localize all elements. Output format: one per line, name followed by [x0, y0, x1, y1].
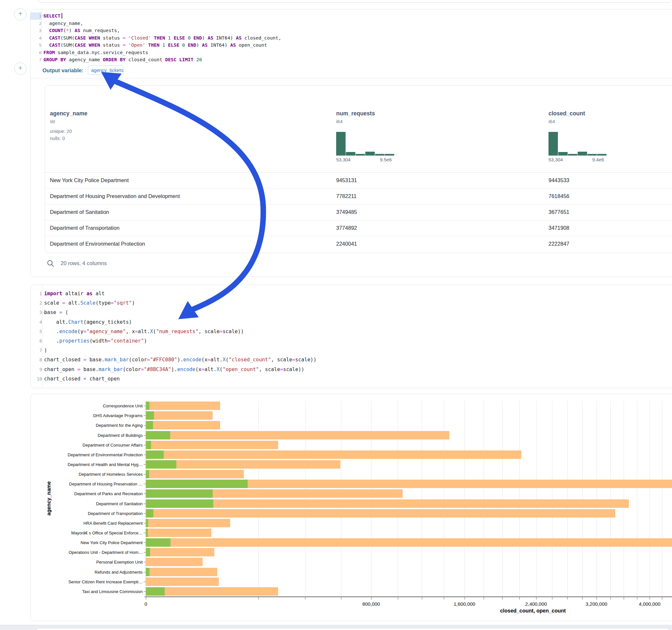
- table-cell: Department of Housing Preservation and D…: [50, 188, 180, 204]
- add-cell-button-output[interactable]: +: [14, 63, 27, 75]
- table-row[interactable]: New York City Police Department945313194…: [45, 172, 672, 188]
- line-number: 10: [30, 374, 42, 384]
- table-cell: 2240041: [336, 236, 357, 252]
- histogram-min-label: 53,304: [336, 157, 351, 162]
- table-cell: Department of Transportation: [50, 220, 120, 236]
- table-cell: 9453131: [336, 172, 357, 188]
- line-number: 6: [30, 336, 42, 346]
- line-number: 2: [30, 298, 42, 308]
- table-row[interactable]: Department of Housing Preservation and D…: [45, 188, 672, 204]
- histogram-bin: [356, 154, 365, 155]
- histogram-max-label: 9.5e6: [380, 157, 391, 162]
- add-cell-button-top[interactable]: +: [14, 8, 27, 20]
- table-cell: 9443533: [549, 172, 569, 188]
- table-cell: New York City Police Department: [50, 172, 129, 188]
- line-number: 4: [30, 318, 42, 327]
- histogram-bin: [578, 152, 587, 155]
- python-code-editor[interactable]: 12345678910 import altair as altscale = …: [30, 285, 672, 387]
- histogram-bin: [385, 154, 394, 155]
- table-row[interactable]: Department of Transportation377489234719…: [45, 220, 672, 236]
- column-histogram: [549, 132, 606, 155]
- code-line: FROM sample_data.nyc.service_requests: [44, 49, 281, 56]
- table-row-count: 20 rows, 4 columns: [61, 260, 107, 266]
- line-number: 8: [30, 355, 42, 365]
- table-cell: 3774892: [336, 220, 357, 236]
- histogram-max-label: 9.4e6: [592, 157, 604, 162]
- python-cell-card: 12345678910 import altair as altscale = …: [30, 285, 672, 388]
- output-variable-label: Output variable:: [43, 67, 83, 74]
- histogram-bin: [558, 152, 568, 155]
- python-code-lines: import altair as altscale = alt.Scale(ty…: [44, 285, 316, 384]
- line-number: 6: [30, 49, 42, 56]
- table-preview-card: agency_namestrunique: 20nulls: 0num_requ…: [45, 85, 672, 253]
- column-header: agency_name: [50, 110, 88, 117]
- column-meta: i64: [336, 119, 343, 124]
- code-line: base = (: [44, 308, 316, 317]
- histogram-bin: [346, 152, 355, 155]
- next-cell-edge: [36, 628, 669, 630]
- histogram-bin: [549, 132, 558, 155]
- y-axis-title: agency_name: [46, 450, 52, 547]
- code-line: SELECT: [44, 12, 281, 20]
- column-header: num_requests: [336, 110, 375, 117]
- sql-code-editor[interactable]: 1234567 SELECT agency_name, COUNT(*) AS …: [30, 9, 672, 65]
- code-line: import altair as alt: [44, 289, 316, 298]
- column-meta: nulls: 0: [50, 136, 65, 141]
- line-number: 2: [30, 20, 42, 27]
- histogram-bin: [587, 154, 597, 155]
- code-line: chart_closed + chart_open: [44, 374, 316, 384]
- table-cell: Department of Sanitation: [50, 204, 109, 220]
- code-line: alt.Chart(agency_tickets): [44, 318, 316, 327]
- sql-cell-card: 1234567 SELECT agency_name, COUNT(*) AS …: [30, 9, 672, 277]
- code-line: chart_open = base.mark_bar(color="#8BC34…: [44, 365, 316, 374]
- python-gutter: 12345678910: [30, 285, 43, 387]
- code-line: .properties(width="container"): [44, 336, 316, 346]
- table-cell: Department of Environmental Protection: [50, 236, 145, 252]
- code-line: ): [44, 346, 316, 355]
- code-line: chart_closed = base.mark_bar(color="#FFC…: [44, 355, 316, 365]
- code-line: COUNT(*) AS num_requests,: [44, 27, 281, 34]
- line-number: 1: [30, 12, 42, 20]
- cell-divider: [30, 78, 672, 78]
- x-axis-title: closed_count, open_count: [484, 608, 581, 614]
- table-row[interactable]: Department of Sanitation37494853677651: [45, 204, 672, 220]
- line-number: 1: [30, 289, 42, 298]
- text-cursor: [62, 13, 62, 19]
- search-icon[interactable]: [47, 260, 54, 267]
- histogram-bin: [375, 154, 384, 155]
- table-cell: 7782211: [336, 188, 357, 204]
- line-number: 3: [30, 308, 42, 317]
- line-number: 7: [30, 346, 42, 355]
- chart-output-card: [30, 394, 672, 621]
- line-number: 9: [30, 365, 42, 374]
- table-cell: 7618456: [549, 188, 569, 204]
- line-number: 5: [30, 42, 42, 49]
- code-line: agency_name,: [44, 20, 281, 27]
- output-variable-pill[interactable]: agency_tickets: [88, 66, 123, 75]
- table-cell: 2222847: [549, 236, 569, 252]
- table-cell: 3471908: [549, 220, 569, 236]
- histogram-bin: [336, 132, 345, 155]
- line-number: 3: [30, 27, 42, 34]
- line-number: 7: [30, 56, 42, 64]
- column-meta: str: [50, 119, 55, 124]
- column-header: closed_count: [549, 110, 585, 117]
- sql-code-lines: SELECT agency_name, COUNT(*) AS num_requ…: [44, 9, 281, 64]
- column-meta: unique: 20: [50, 129, 72, 134]
- sql-gutter: 1234567: [30, 9, 42, 65]
- column-histogram: [336, 132, 394, 155]
- histogram-bin: [568, 154, 577, 155]
- table-cell: 3749485: [336, 204, 357, 220]
- line-number: 4: [30, 34, 42, 42]
- histogram-bin: [597, 154, 606, 155]
- code-line: CAST(SUM(CASE WHEN status = 'Open' THEN …: [44, 42, 281, 49]
- table-row[interactable]: Department of Environmental Protection22…: [45, 236, 672, 252]
- histogram-bin: [365, 152, 375, 155]
- table-cell: 3677651: [549, 204, 569, 220]
- code-line: GROUP BY agency_name ORDER BY closed_cou…: [44, 56, 281, 64]
- code-line: CAST(SUM(CASE WHEN status = 'Closed' THE…: [44, 34, 281, 42]
- notebook-page: + + 1234567 SELECT agency_name, COUNT(*)…: [0, 0, 672, 630]
- code-line: scale = alt.Scale(type="sqrt"): [44, 298, 316, 308]
- code-line: .encode(y="agency_name", x=alt.X("num_re…: [44, 327, 316, 336]
- previous-cell-edge: [37, 0, 672, 3]
